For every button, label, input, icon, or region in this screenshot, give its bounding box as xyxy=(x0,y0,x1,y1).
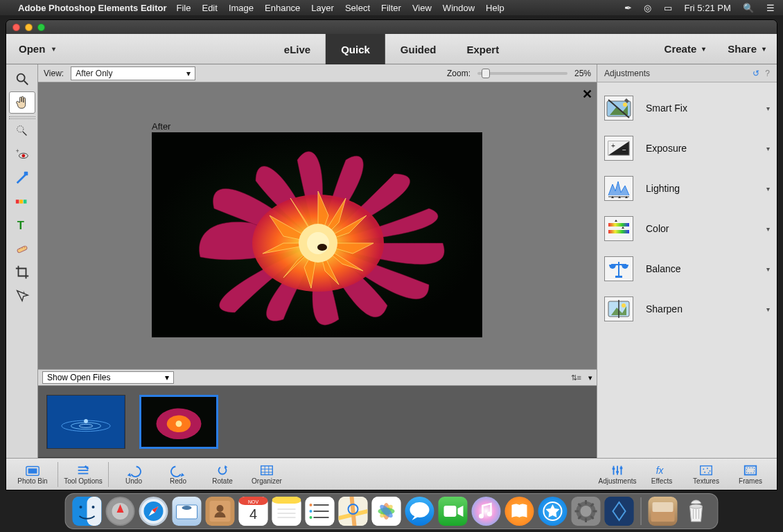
svg-point-54 xyxy=(622,303,626,308)
tool-whiten[interactable] xyxy=(9,167,35,189)
tool-quick-select[interactable] xyxy=(9,190,35,213)
btn-photo-bin[interactable]: Photo Bin xyxy=(10,459,55,490)
dock-launchpad[interactable] xyxy=(106,497,135,526)
menu-image[interactable]: Image xyxy=(229,3,254,13)
btn-adjustments[interactable]: Adjustments xyxy=(595,459,640,490)
window-minimize[interactable] xyxy=(25,24,33,31)
dock-facetime[interactable] xyxy=(439,497,468,526)
adj-sharpen[interactable]: Sharpen xyxy=(604,289,770,329)
adj-color[interactable]: Color xyxy=(604,209,770,249)
tool-move[interactable]: + xyxy=(9,285,35,307)
svg-point-16 xyxy=(24,247,25,248)
dock-settings[interactable] xyxy=(572,497,601,526)
adj-balance[interactable]: Balance xyxy=(604,249,770,289)
menu-help[interactable]: Help xyxy=(486,3,504,13)
menu-icon[interactable]: ☰ xyxy=(766,3,775,13)
dock-calendar[interactable]: NOV4 xyxy=(239,497,268,526)
dock-mail[interactable] xyxy=(173,497,202,526)
share-button[interactable]: Share xyxy=(716,43,777,55)
dock-itunes[interactable] xyxy=(472,497,501,526)
cc-icon[interactable]: ◎ xyxy=(644,3,651,13)
btn-undo[interactable]: Undo xyxy=(112,459,156,490)
adj-smartfix[interactable]: Smart Fix xyxy=(604,88,770,128)
open-button[interactable]: Open xyxy=(6,34,68,64)
exposure-icon: +− xyxy=(604,136,633,161)
dock-contacts[interactable] xyxy=(206,497,235,526)
dock-messages[interactable] xyxy=(405,497,434,526)
dock-notes[interactable] xyxy=(272,497,301,526)
adj-lighting[interactable]: Lighting xyxy=(604,168,770,209)
reset-icon[interactable]: ↺ xyxy=(753,69,759,78)
bin-sort-icon[interactable]: ⇅≡ xyxy=(571,373,581,382)
menu-select[interactable]: Select xyxy=(345,3,370,13)
dock-ibooks[interactable] xyxy=(505,497,534,526)
pen-icon[interactable]: ✒ xyxy=(624,3,632,13)
dock-downloads[interactable] xyxy=(649,497,678,526)
svg-rect-13 xyxy=(17,245,28,253)
menu-file[interactable]: File xyxy=(177,3,191,13)
bin-select[interactable]: Show Open Files▾ xyxy=(42,371,174,384)
btn-textures[interactable]: Textures xyxy=(684,459,728,490)
svg-marker-61 xyxy=(127,473,132,477)
btn-redo[interactable]: Redo xyxy=(156,459,200,490)
spotlight-icon[interactable]: 🔍 xyxy=(743,3,754,13)
close-image-icon[interactable]: ✕ xyxy=(582,87,592,102)
view-options-bar: View: After Only▾ Zoom: 25% xyxy=(38,64,597,82)
svg-text:+: + xyxy=(15,148,19,154)
dock-pse[interactable] xyxy=(605,497,634,526)
dock-finder[interactable] xyxy=(73,497,102,526)
zoom-value: 25% xyxy=(574,69,591,78)
svg-rect-77 xyxy=(701,466,712,475)
bin-thumb-2[interactable] xyxy=(139,395,218,449)
mode-expert[interactable]: Expert xyxy=(452,34,515,64)
dock-trash[interactable] xyxy=(682,497,711,526)
menu-window[interactable]: Window xyxy=(443,3,475,13)
bin-thumb-1[interactable] xyxy=(46,395,125,449)
tool-healing[interactable] xyxy=(9,238,35,260)
tool-crop[interactable] xyxy=(9,261,35,283)
menu-layer[interactable]: Layer xyxy=(311,3,334,13)
svg-rect-75 xyxy=(620,467,623,469)
menu-edit[interactable]: Edit xyxy=(202,3,217,13)
zoom-slider[interactable] xyxy=(477,72,568,75)
btn-effects[interactable]: fxEffects xyxy=(640,459,684,490)
dock-reminders[interactable] xyxy=(306,497,335,526)
svg-rect-8 xyxy=(24,172,28,176)
display-icon[interactable]: ▭ xyxy=(664,3,672,13)
tool-hand[interactable] xyxy=(9,91,35,114)
clock[interactable]: Fri 5:21 PM xyxy=(685,3,731,13)
after-label: After xyxy=(152,121,170,132)
dock-maps[interactable] xyxy=(339,497,368,526)
tool-type[interactable]: T xyxy=(9,214,35,236)
svg-text:+: + xyxy=(22,290,25,296)
mode-quick[interactable]: Quick xyxy=(326,34,385,64)
menu-enhance[interactable]: Enhance xyxy=(265,3,300,13)
menu-filter[interactable]: Filter xyxy=(381,3,401,13)
mode-elive[interactable]: eLive xyxy=(269,34,326,64)
mode-guided[interactable]: Guided xyxy=(385,34,452,64)
btn-frames[interactable]: Frames xyxy=(728,459,773,490)
tool-lasso[interactable] xyxy=(9,120,35,142)
dock-photos[interactable] xyxy=(372,497,401,526)
dock-safari[interactable] xyxy=(139,497,168,526)
window-zoom[interactable] xyxy=(37,24,45,31)
dock-appstore[interactable] xyxy=(538,497,568,526)
view-select[interactable]: After Only▾ xyxy=(71,66,195,80)
app-name[interactable]: Adobe Photoshop Elements Editor xyxy=(18,3,167,13)
svg-point-81 xyxy=(704,472,705,473)
bin-collapse-icon[interactable]: ▾ xyxy=(588,373,592,382)
tool-zoom[interactable] xyxy=(9,68,35,90)
adj-exposure[interactable]: +− Exposure xyxy=(604,128,770,168)
help-icon[interactable]: ? xyxy=(765,69,770,78)
tool-redeye[interactable]: + xyxy=(9,143,35,166)
svg-rect-105 xyxy=(272,497,301,504)
window-close[interactable] xyxy=(12,24,20,31)
btn-organizer[interactable]: Organizer xyxy=(245,459,289,490)
image-canvas[interactable] xyxy=(152,132,482,337)
menu-view[interactable]: View xyxy=(412,3,432,13)
btn-tool-options[interactable]: Tool Options xyxy=(61,459,105,490)
btn-rotate[interactable]: Rotate xyxy=(200,459,245,490)
svg-text:+: + xyxy=(611,142,615,150)
svg-rect-74 xyxy=(616,471,619,473)
create-button[interactable]: Create xyxy=(653,43,717,55)
